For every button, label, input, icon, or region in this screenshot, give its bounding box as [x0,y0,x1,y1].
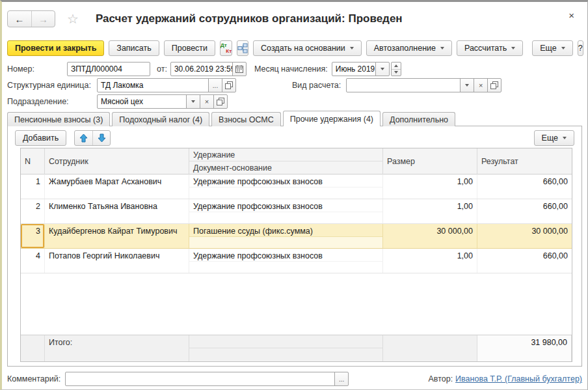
move-down-button[interactable] [92,131,110,145]
footer-total-label: Итого: [45,335,189,361]
add-row-button[interactable]: Добавить [15,130,66,146]
forward-button[interactable]: → [31,11,55,27]
row-number-cell[interactable]: 3 [21,224,45,248]
month-spinner[interactable] [391,62,401,76]
related-documents-button[interactable] [237,40,248,56]
table-more-button[interactable]: Еще [534,130,574,146]
open-icon [217,98,224,105]
tab-bar: Пенсионные взносы (3) Подоходный налог (… [7,111,457,126]
calc-type-dropdown-button[interactable] [460,78,474,92]
table-row[interactable]: 2 Клименко Татьяна Ивановна Удержание пр… [21,199,572,224]
employee-cell[interactable]: Клименко Татьяна Ивановна [45,199,189,223]
back-icon: ← [15,14,25,25]
ellipsis-icon: ... [213,82,218,89]
deductions-table: N Сотрудник Удержание Документ-основание… [20,148,572,362]
table-row[interactable]: 3 Кудайбергенов Кайрат Тимурович Погашен… [21,224,572,249]
row-number-cell[interactable]: 2 [21,199,45,223]
row-number-cell[interactable]: 1 [21,174,45,199]
employee-cell[interactable]: Жамурбаев Марат Асханович [45,174,189,199]
department-dropdown-button[interactable] [186,94,200,109]
calculate-button[interactable]: Рассчитать [457,40,523,56]
author-label: Автор: [428,374,453,383]
table-row[interactable]: 1 Жамурбаев Марат Асханович Удержание пр… [21,174,572,199]
footer-deduction-cell [189,335,383,361]
move-up-button[interactable] [75,131,92,145]
tab-income-tax[interactable]: Подоходный налог (4) [112,112,209,126]
employee-cell[interactable]: Кудайбергенов Кайрат Тимурович [45,224,189,248]
more-button[interactable]: Еще [532,40,572,56]
row-number-cell[interactable]: 4 [21,249,45,273]
dropdown-icon [465,84,469,87]
date-label: от: [157,64,167,74]
create-based-on-button[interactable]: Создать на основании [253,40,362,56]
calc-type-open-button[interactable] [487,78,501,92]
chevron-down-icon [563,137,567,139]
footer-size-cell [383,335,477,361]
employee-cell[interactable]: Потапов Георгий Николаевич [45,249,189,273]
result-cell[interactable]: 660,00 [477,199,572,223]
size-cell[interactable]: 1,00 [383,249,477,273]
number-input[interactable]: ЗПТДЛ000004 [67,62,150,76]
author-link[interactable]: Иванова Т.Р. (Главный бухгалтер) [455,374,582,383]
unit-open-button[interactable] [222,78,236,92]
deduction-cell[interactable]: Удержание профсоюзных взносов [189,199,383,223]
department-label: Подразделение: [7,97,97,106]
calc-type-input[interactable] [346,78,461,92]
spin-down-icon [394,71,398,74]
field-row-number: Номер: ЗПТДЛ000004 от: 30.06.2019 23:59:… [7,62,401,76]
size-cell[interactable]: 1,00 [383,199,477,223]
date-input[interactable]: 30.06.2019 23:59:5 [170,62,233,76]
footer-total-result: 31 980,00 [477,335,572,361]
deduction-cell[interactable]: Удержание профсоюзных взносов [189,249,383,273]
calc-type-clear-button[interactable]: × [474,78,488,92]
dtkt-button[interactable]: ДтКт [220,40,232,56]
unit-select-button[interactable]: ... [208,78,222,92]
col-header-result[interactable]: Результат [477,148,572,174]
result-cell[interactable]: 30 000,00 [477,224,572,248]
ellipsis-icon: ... [339,376,344,383]
col-header-size[interactable]: Размер [383,148,477,174]
tab-additional[interactable]: Дополнительно [382,112,455,126]
department-open-button[interactable] [213,94,228,109]
field-row-unit: Структурная единица: ТД Лакомка ... Вид … [7,78,501,92]
result-cell[interactable]: 660,00 [477,249,572,273]
author-area: Автор: Иванова Т.Р. (Главный бухгалтер) [428,374,582,383]
dropdown-icon [191,100,195,103]
comment-expand-button[interactable]: ... [334,372,349,386]
autofill-button[interactable]: Автозаполнение [366,40,452,56]
col-header-deduction[interactable]: Удержание Документ-основание [189,148,383,174]
favorite-star-icon[interactable]: ☆ [67,12,79,25]
month-label: Месяц начисления: [254,64,328,74]
back-button[interactable]: ← [8,11,31,27]
comment-input[interactable] [65,372,335,386]
month-dropdown-button[interactable] [375,62,390,76]
size-cell[interactable]: 1,00 [383,174,477,199]
month-input[interactable]: Июнь 2019 [332,62,376,76]
save-button[interactable]: Записать [109,40,159,56]
table-footer: Итого: 31 980,00 [21,335,572,361]
spin-up-icon [394,64,398,67]
col-header-n[interactable]: N [21,148,45,174]
post-and-close-button[interactable]: Провести и закрыть [7,40,104,56]
table-row[interactable]: 4 Потапов Георгий Николаевич Удержание п… [21,249,572,273]
deduction-cell[interactable]: Погашение ссуды (фикс.сумма) [189,224,383,248]
table-command-bar: Добавить Еще [15,130,574,146]
table-body: 1 Жамурбаев Марат Асханович Удержание пр… [21,174,572,273]
result-cell[interactable]: 660,00 [477,174,572,199]
tab-other-deductions[interactable]: Прочие удержания (4) [283,111,381,126]
tab-pension-contributions[interactable]: Пенсионные взносы (3) [7,112,110,126]
calc-type-label: Вид расчета: [292,81,341,90]
tab-osms[interactable]: Взносы ОСМС [211,112,281,126]
department-input[interactable]: Мясной цех [97,94,187,109]
post-button[interactable]: Провести [164,40,215,56]
table-header: N Сотрудник Удержание Документ-основание… [21,148,572,174]
close-button[interactable]: × [565,8,578,22]
calendar-button[interactable] [232,62,247,76]
field-row-department: Подразделение: Мясной цех × [7,94,228,109]
deduction-cell[interactable]: Удержание профсоюзных взносов [189,174,383,199]
size-cell[interactable]: 30 000,00 [383,224,477,248]
help-button[interactable]: ? [578,40,583,56]
unit-input[interactable]: ТД Лакомка [97,78,209,92]
col-header-employee[interactable]: Сотрудник [45,148,189,174]
department-clear-button[interactable]: × [200,94,214,109]
